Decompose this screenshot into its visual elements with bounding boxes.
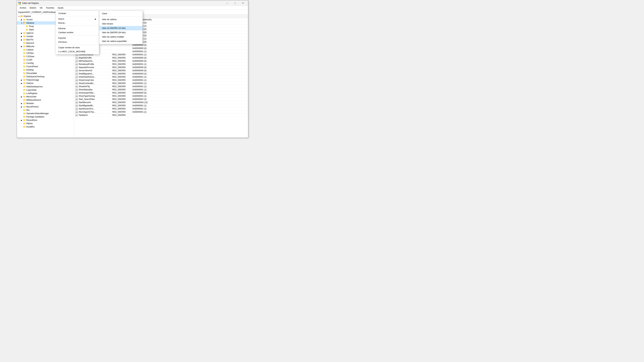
menu-edicion[interactable]: Edición — [28, 6, 38, 9]
expand-fileexts[interactable]: ▶ — [20, 82, 23, 85]
tree-item-modules[interactable]: ▶ 📁 Modules — [17, 102, 74, 105]
table-row[interactable]: ab MapNetDrvBtn REG_DWORD 0x00000000 (0) — [74, 56, 244, 59]
table-row[interactable]: ab StartMigratedBr... REG_DWORD 0x000000… — [74, 104, 244, 107]
submenu-valor-cadena[interactable]: Valor de cadena — [99, 17, 142, 22]
cell-tipo: REG_DWORD — [111, 114, 131, 117]
table-row[interactable]: ab StoreAppsOnTas... REG_DWORD 0x0000000… — [74, 110, 244, 114]
table-row[interactable]: ab ShowTypeOverlay REG_DWORD 0x00000001 … — [74, 94, 244, 98]
submenu-valor-cadena-multiple[interactable]: Valor de cadena múltiple — [99, 35, 142, 39]
tree-item-featureusage[interactable]: ▶ 📁 FeatureUsage — [17, 78, 74, 82]
ctx-contraer[interactable]: Contraer — [56, 11, 99, 15]
expand-mountpoints2[interactable]: ▶ — [20, 105, 23, 108]
ctx-nuevo-arrow: ▶ — [95, 18, 96, 20]
expand-autopla[interactable]: ▶ — [20, 35, 23, 38]
tree-item-comdlg[interactable]: ▶ 📁 ComDlg — [17, 61, 74, 65]
col-datos[interactable]: Datos — [131, 14, 244, 18]
tree-item-packageinstallation[interactable]: ▶ 📁 Package Installation — [17, 115, 74, 118]
table-row[interactable]: ab ReindexedProfile REG_DWORD 0x00000001… — [74, 63, 244, 66]
tree-item-lowregistry[interactable]: ▶ 📁 LowRegistry — [17, 92, 74, 95]
submenu-valor-qword[interactable]: Valor de QWORD (64 bits) — [99, 30, 142, 35]
submenu-valor-dword[interactable]: Valor de DWORD (32 bits) — [99, 26, 142, 30]
ctx-eliminar[interactable]: Eliminar — [56, 26, 99, 30]
submenu-valor-cadena-label: Valor de cadena — [102, 18, 116, 21]
tree-item-runmru[interactable]: ▶ 📁 RunMRU — [17, 125, 74, 129]
table-row[interactable]: ab StartShownOnU... REG_DWORD 0x00000001… — [74, 107, 244, 110]
table-row[interactable]: 0x00000001 (1) — [74, 50, 244, 53]
ctx-permisos-label: Permisos... — [58, 41, 68, 43]
menu-archivo[interactable]: Archivo — [18, 6, 28, 9]
svg-rect-3 — [20, 3, 21, 4]
expand-appcon[interactable]: ▶ — [20, 32, 23, 34]
ctx-copiar-nombre[interactable]: Copiar nombre de clave — [56, 45, 99, 50]
ctx-buscar-label: Buscar... — [58, 22, 66, 24]
cell-tipo — [111, 47, 131, 50]
ctx-eliminar-label: Eliminar — [58, 27, 66, 30]
tree-item-mountpoints2[interactable]: ▶ 📁 MountPoints2 — [17, 105, 74, 108]
table-row[interactable]: ab ServerAdminUI REG_DWORD 0x00000000 (0… — [74, 69, 244, 72]
table-row[interactable]: ab ShowSuperHidd... REG_DWORD 0x00000000… — [74, 91, 244, 94]
table-row[interactable]: ab TaskbarAI REG_DWORD — [74, 114, 244, 117]
cell-tipo: REG_DWORD — [111, 94, 131, 98]
expand-menuorder[interactable]: ▶ — [20, 95, 23, 98]
expand-accent[interactable]: ▶ — [20, 18, 23, 21]
tree-item-ribbon[interactable]: ▶ 📁 Ribbon — [17, 122, 74, 125]
close-button[interactable]: ✕ — [239, 0, 244, 6]
expand-modules[interactable]: ▶ — [20, 102, 23, 105]
tree-label-starti: StartI — [29, 28, 34, 31]
ctx-permisos[interactable]: Permisos... — [56, 40, 99, 44]
tree-item-diskspacechecking[interactable]: ▶ 📁 DiskSpaceChecking — [17, 75, 74, 78]
menu-ver[interactable]: Ver — [38, 6, 44, 9]
table-row[interactable]: ab ShellViewReente... REG_DWORD 0x000000… — [74, 75, 244, 79]
table-row[interactable]: 0x00000000 (0) — [74, 47, 244, 50]
table-row[interactable]: ab StartMenuInit REG_DWORD 0x0000000d (1… — [74, 101, 244, 104]
submenu-valor-cadena-expandible-label: Valor de cadena expandible — [102, 40, 127, 42]
submenu-clave[interactable]: Clave — [99, 11, 142, 16]
ctx-nuevo[interactable]: Nuevo ▶ — [56, 17, 99, 21]
table-row[interactable]: ab ShowStatusBar REG_DWORD 0x00000001 (1… — [74, 88, 244, 91]
tree-item-operationstatusmanager[interactable]: ▶ 📁 OperationStatusManager — [17, 112, 74, 115]
ctx-buscar[interactable]: Buscar... — [56, 21, 99, 25]
expand-bamthr[interactable]: ▶ — [20, 38, 23, 41]
ctx-exportar[interactable]: Exportar — [56, 36, 99, 40]
tree-item-logonstats[interactable]: ▶ 📁 LogonStats — [17, 88, 74, 92]
cell-datos: 0x00000001 (1) — [131, 94, 244, 98]
tree-label-desktop: Desktop — [26, 69, 34, 71]
tree-item-mmstuckrects3[interactable]: ▶ 📁 MMStuckRects3 — [17, 98, 74, 102]
tree-item-desktop[interactable]: ▶ 📁 Desktop — [17, 68, 74, 71]
tree-item-controlpanel[interactable]: ▶ 📁 ControlPanel — [17, 65, 74, 68]
ctx-cambiar-nombre[interactable]: Cambiar nombre — [56, 30, 99, 34]
tree-label-bamthr: BamThr — [26, 38, 34, 41]
expand-recentdocs[interactable]: ▶ — [20, 119, 23, 121]
minimize-button[interactable]: ─ — [224, 0, 231, 6]
table-row[interactable]: ab ShowCompColor REG_DWORD 0x00000001 (1… — [74, 79, 244, 82]
ctx-ir-hklm-label: Ir a HKEY_LOCAL_MACHINE — [58, 50, 85, 53]
tree-item-clsid[interactable]: ▶ 📁 CLSID — [17, 58, 74, 61]
menu-favoritos[interactable]: Favoritos — [44, 6, 56, 9]
submenu-valor-binario[interactable]: Valor binario — [99, 22, 142, 26]
expand-featureusage[interactable]: ▶ — [20, 79, 23, 81]
tree-item-menuorder[interactable]: ▶ 📁 MenuOrder — [17, 95, 74, 98]
ctx-ir-hklm[interactable]: Ir a HKEY_LOCAL_MACHINE — [56, 50, 99, 54]
expand-advanced[interactable]: ▾ — [20, 22, 23, 24]
cell-tipo: REG_DWORD — [111, 88, 131, 91]
table-row[interactable]: ab ShowInfoTip REG_DWORD 0x00000001 (1) — [74, 85, 244, 88]
table-row[interactable]: ab ShowCortanaBu... REG_DWORD 0x00000001… — [74, 82, 244, 85]
table-row[interactable]: ab SeparateProcess REG_DWORD 0x00000000 … — [74, 66, 244, 69]
table-row[interactable]: ab ShellMigrationL... REG_DWORD 0x000000… — [74, 72, 244, 75]
menu-ayuda[interactable]: Ayuda — [56, 6, 65, 9]
tree-item-recentdocs[interactable]: ▶ 📁 RecentDocs — [17, 118, 74, 122]
table-row[interactable]: ab ListviewShadow REG_DWORD 0x00000001 (… — [74, 53, 244, 56]
expand-explorer[interactable]: ▾ — [18, 15, 20, 17]
tree-item-discardable[interactable]: ▶ 📁 Discardable — [17, 71, 74, 75]
cell-tipo: REG_DWORD — [111, 72, 131, 75]
submenu-valor-cadena-expandible[interactable]: Valor de cadena expandible — [99, 39, 142, 43]
table-row[interactable]: ab MMTaskbarGlo... REG_DWORD 0x00000000 … — [74, 59, 244, 63]
tree-item-fileexts[interactable]: ▶ 📁 FileExts — [17, 82, 74, 85]
tree-item-cidsave[interactable]: ▶ 📁 CIDSave — [17, 55, 74, 58]
tree-item-mru[interactable]: ▶ 📁 Mru — [17, 108, 74, 112]
expand-bitbucke[interactable]: ▶ — [20, 45, 23, 48]
table-row[interactable]: ab Start_SearchFiles REG_DWORD 0x0000000… — [74, 98, 244, 101]
tree-label-autopla: Autopla — [26, 35, 33, 37]
tree-item-hidedesktopicons[interactable]: ▶ 📁 HideDesktopIcons — [17, 85, 74, 88]
maximize-button[interactable]: □ — [231, 0, 239, 6]
